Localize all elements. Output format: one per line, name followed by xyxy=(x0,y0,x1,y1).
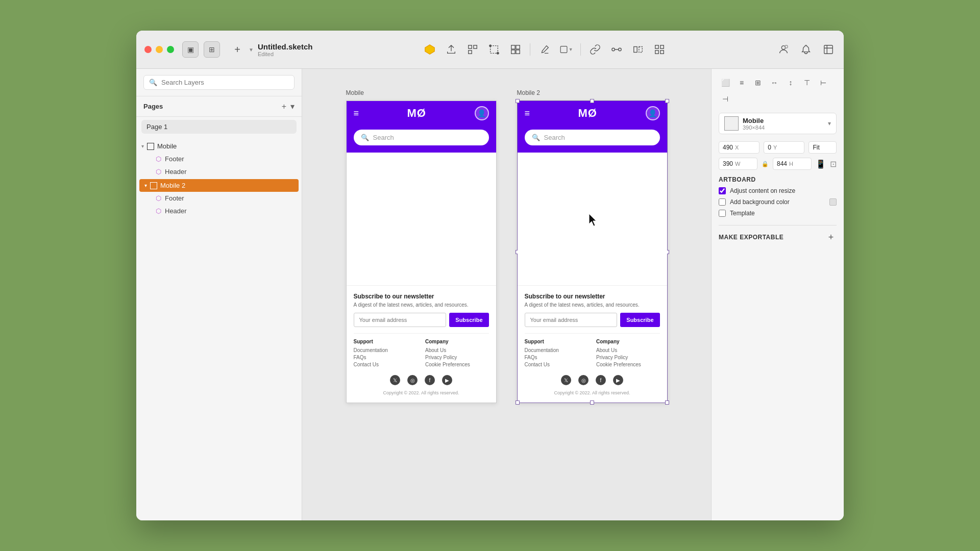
artboard1-cookie-link[interactable]: Cookie Preferences xyxy=(425,362,489,367)
close-button[interactable] xyxy=(144,46,152,53)
mobile-artboard-header[interactable]: ▾ Mobile xyxy=(136,140,302,153)
link-icon[interactable] xyxy=(588,42,602,57)
mobile-chevron-icon: ▾ xyxy=(141,143,144,149)
template-checkbox[interactable] xyxy=(719,210,726,217)
artboard1-facebook-icon[interactable]: f xyxy=(425,375,435,385)
artboard1-instagram-icon[interactable]: ◎ xyxy=(407,375,418,385)
mobile2-header-item[interactable]: ⬡ Header xyxy=(150,205,302,217)
artboard1-twitter-icon[interactable]: 𝕏 xyxy=(390,375,400,385)
single-view-button[interactable]: ▣ xyxy=(182,41,199,58)
artboard1-social-icons: 𝕏 ◎ f ▶ xyxy=(354,375,489,385)
artboard2-faqs-link[interactable]: FAQs xyxy=(525,355,589,360)
mobile2-artboard-header[interactable]: ▾ Mobile 2 xyxy=(139,179,299,192)
prototype-icon[interactable] xyxy=(609,42,624,57)
fit-field[interactable]: Fit xyxy=(808,141,837,154)
prop-icon-3[interactable]: ⊣ xyxy=(719,92,732,106)
artboard1-subscribe-button[interactable]: Subscribe xyxy=(449,313,488,327)
h-field[interactable]: 844 H xyxy=(773,158,812,170)
page-1-item[interactable]: Page 1 xyxy=(141,120,297,134)
minimize-button[interactable] xyxy=(156,46,163,53)
artboard1-newsletter-title: Subscribe to our newsletter xyxy=(354,293,489,300)
artboard2-youtube-icon[interactable]: ▶ xyxy=(613,375,623,385)
artboard1-docs-link[interactable]: Documentation xyxy=(354,347,418,353)
svg-marker-0 xyxy=(425,45,434,54)
upload-icon[interactable] xyxy=(444,42,458,57)
svg-rect-19 xyxy=(655,51,658,54)
handle-bottom-right[interactable] xyxy=(665,400,669,405)
position-row: 490 X 0 Y Fit xyxy=(719,141,837,154)
collaborators-icon[interactable] xyxy=(776,42,791,57)
artboard2[interactable]: ≡ MØ 👤 🔍 Search xyxy=(517,101,668,403)
transform-icon[interactable] xyxy=(487,42,501,57)
artboard1-faqs-link[interactable]: FAQs xyxy=(354,355,418,360)
y-field[interactable]: 0 Y xyxy=(764,141,804,154)
handle-top-mid[interactable] xyxy=(590,99,594,103)
artboard1-youtube-icon[interactable]: ▶ xyxy=(442,375,452,385)
artboard2-contact-link[interactable]: Contact Us xyxy=(525,362,589,367)
add-export-button[interactable]: + xyxy=(825,232,837,243)
handle-bottom-left[interactable] xyxy=(516,400,520,405)
align-list-button[interactable]: ≡ xyxy=(735,76,748,89)
components-icon[interactable] xyxy=(508,42,523,57)
component-icon-footer2: ⬡ xyxy=(155,195,162,202)
grid-view-button[interactable]: ⊞ xyxy=(204,41,220,58)
artboard2-subscribe-button[interactable]: Subscribe xyxy=(620,313,659,327)
w-field[interactable]: 390 W xyxy=(719,158,757,170)
artboard2-newsletter-sub: A digest of the latest news, articles, a… xyxy=(525,302,660,308)
artboard-selector[interactable]: Mobile 390×844 ▾ xyxy=(719,113,837,134)
artboard2-about-link[interactable]: About Us xyxy=(596,347,660,353)
mobile-footer-item[interactable]: ⬡ Footer xyxy=(150,153,302,165)
adjust-content-checkbox[interactable] xyxy=(719,187,726,194)
x-field[interactable]: 490 X xyxy=(719,141,760,154)
artboard1[interactable]: ≡ MØ 👤 🔍 Search Subs xyxy=(346,101,497,403)
shape-picker[interactable]: ▼ xyxy=(559,42,573,57)
handle-top-left[interactable] xyxy=(516,99,520,103)
search-layers-wrap[interactable]: 🔍 xyxy=(143,75,295,90)
align-left-button[interactable]: ⬜ xyxy=(719,76,732,89)
expand-icon[interactable] xyxy=(821,42,836,57)
canvas[interactable]: Mobile ≡ MØ 👤 🔍 Search xyxy=(302,69,711,520)
artboard2-email-input[interactable] xyxy=(525,313,618,327)
artboard1-search-placeholder: Search xyxy=(373,134,394,141)
handle-top-right[interactable] xyxy=(665,99,669,103)
artboard2-instagram-icon[interactable]: ◎ xyxy=(578,375,589,385)
artboard1-search-input[interactable]: 🔍 Search xyxy=(354,130,489,145)
add-button[interactable]: + xyxy=(230,42,244,57)
arrange-icon[interactable] xyxy=(465,42,480,57)
artboard1-contact-link[interactable]: Contact Us xyxy=(354,362,418,367)
mobile2-footer-item[interactable]: ⬡ Footer xyxy=(150,192,302,205)
artboard1-about-link[interactable]: About Us xyxy=(425,347,489,353)
mobile-header-item[interactable]: ⬡ Header xyxy=(150,165,302,178)
prop-icon-1[interactable]: ⊤ xyxy=(800,76,814,89)
mirror-icon[interactable] xyxy=(631,42,645,57)
zoom-icon[interactable] xyxy=(652,42,667,57)
artboard2-label: Mobile 2 xyxy=(517,89,540,96)
artboard2-docs-link[interactable]: Documentation xyxy=(525,347,589,353)
align-right-button[interactable]: ⊞ xyxy=(751,76,765,89)
prop-icon-2[interactable]: ⊢ xyxy=(817,76,830,89)
artboard1-privacy-link[interactable]: Privacy Policy xyxy=(425,355,489,360)
add-page-button[interactable]: + xyxy=(282,102,286,111)
toolbar-divider-2 xyxy=(580,43,581,56)
artboard2-privacy-link[interactable]: Privacy Policy xyxy=(596,355,660,360)
flip-h-button[interactable]: ↔ xyxy=(768,76,781,89)
maximize-button[interactable] xyxy=(167,46,174,53)
artboard2-facebook-icon[interactable]: f xyxy=(596,375,606,385)
pen-icon[interactable] xyxy=(537,42,552,57)
color-swatch[interactable] xyxy=(829,198,837,206)
left-sidebar: 🔍 Pages + ▾ Page 1 ▾ Mobile xyxy=(136,69,302,520)
artboard2-cookie-link[interactable]: Cookie Preferences xyxy=(596,362,660,367)
lock-icon[interactable]: 🔒 xyxy=(762,161,769,167)
search-layers-input[interactable] xyxy=(161,79,289,86)
artboard2-twitter-icon[interactable]: 𝕏 xyxy=(561,375,571,385)
bg-color-checkbox[interactable] xyxy=(719,198,726,206)
sketch-icon[interactable] xyxy=(423,42,437,57)
mobile2-artboard-icon xyxy=(150,182,157,189)
artboard1-hamburger-icon: ≡ xyxy=(354,108,359,119)
artboard1-email-input[interactable] xyxy=(354,313,447,327)
pages-dropdown-button[interactable]: ▾ xyxy=(290,102,295,111)
artboard2-search-input[interactable]: 🔍 Search xyxy=(525,130,660,145)
handle-bottom-mid[interactable] xyxy=(590,400,594,405)
notifications-icon[interactable] xyxy=(799,42,813,57)
flip-v-button[interactable]: ↕ xyxy=(784,76,797,89)
